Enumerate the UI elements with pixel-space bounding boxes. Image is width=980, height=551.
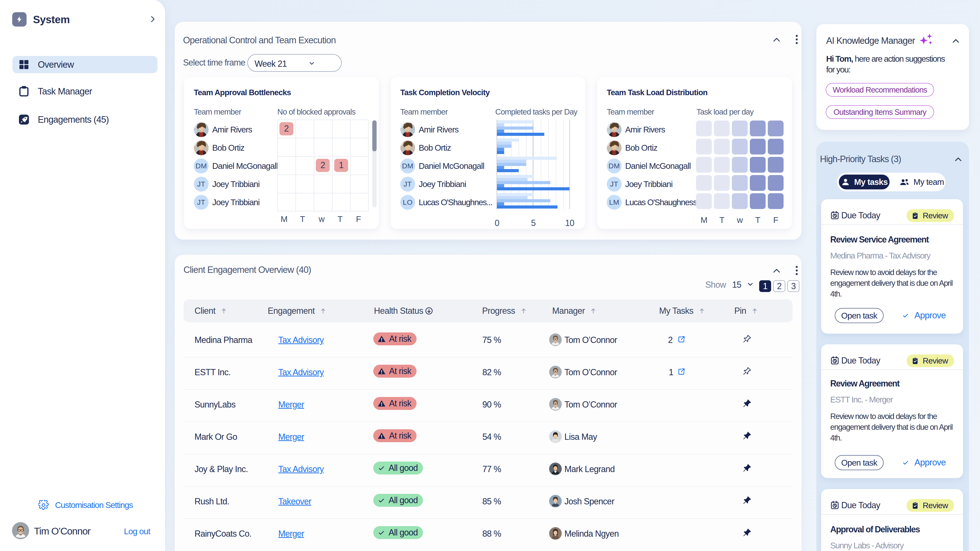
- svg-text:2: 2: [320, 160, 325, 170]
- svg-text:2: 2: [284, 124, 288, 133]
- svg-text:1: 1: [339, 160, 343, 170]
